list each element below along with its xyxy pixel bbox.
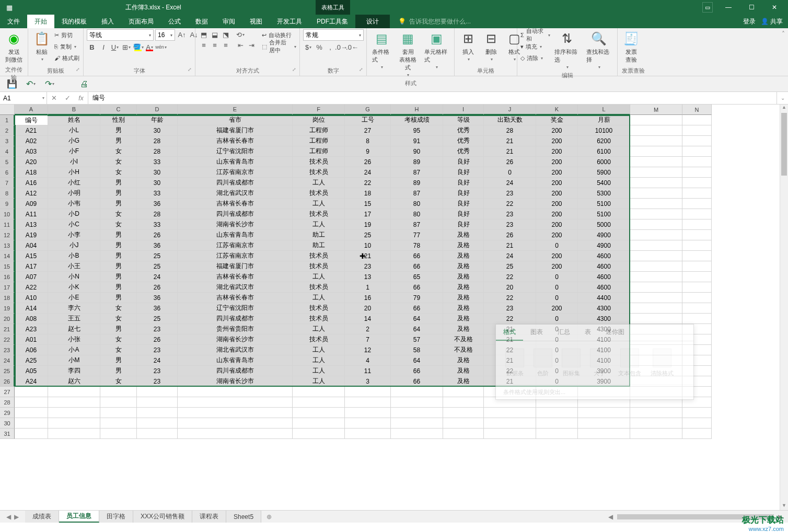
cell[interactable]: 及格 [443, 376, 484, 387]
copy-button[interactable]: ⎘复制▾ [54, 41, 79, 52]
row-header[interactable]: 21 [0, 324, 15, 334]
tab-formulas[interactable]: 公式 [161, 15, 188, 28]
cell[interactable]: 山东省青岛市 [178, 230, 293, 240]
row-header[interactable]: 3 [0, 136, 15, 146]
cell[interactable]: 吉林省长春市 [178, 293, 293, 303]
font-launcher-icon[interactable]: ⤢ [188, 67, 192, 72]
cell[interactable]: 小A [48, 345, 100, 355]
cell[interactable] [443, 397, 484, 408]
comma-icon[interactable]: , [325, 42, 335, 52]
qa-item[interactable]: 文本包含 [618, 349, 641, 377]
cell[interactable]: 80 [391, 199, 443, 209]
cell[interactable] [630, 303, 682, 314]
cell[interactable] [630, 167, 682, 178]
cell[interactable]: 李四 [48, 366, 100, 376]
qa-tab[interactable]: 图表 [523, 325, 550, 341]
qa-tab[interactable]: 格式 [496, 325, 523, 341]
cell[interactable]: 25 [137, 251, 178, 261]
cell[interactable]: 20 [345, 303, 391, 314]
cell[interactable]: 4900 [578, 230, 630, 240]
cell[interactable]: A16 [15, 178, 48, 188]
cell[interactable] [100, 418, 137, 429]
cell[interactable] [682, 282, 712, 293]
cell[interactable]: 小N [48, 272, 100, 282]
cell[interactable]: 87 [391, 219, 443, 230]
cell[interactable] [178, 408, 293, 418]
cell[interactable]: 87 [391, 188, 443, 199]
redo-button[interactable]: ↷▾ [43, 78, 56, 90]
font-size-combo[interactable]: 16▾ [155, 29, 175, 41]
conditional-format-button[interactable]: ▤条件格式▾ [370, 29, 394, 71]
col-header-A[interactable]: A [15, 105, 48, 115]
cell[interactable]: 不及格 [443, 345, 484, 355]
cell[interactable]: A01 [15, 334, 48, 345]
cell[interactable]: 33 [137, 157, 178, 167]
col-header-I[interactable]: I [443, 105, 484, 115]
cell[interactable] [345, 418, 391, 429]
font-color-button[interactable]: A▾ [144, 42, 155, 52]
cell[interactable]: 89 [391, 157, 443, 167]
cell[interactable]: A02 [15, 136, 48, 146]
cell[interactable]: 吉林省长春市 [178, 136, 293, 146]
ribbon-options-icon[interactable]: ▭ [702, 2, 713, 13]
cut-button[interactable]: ✂剪切 [54, 29, 79, 41]
cell[interactable]: A07 [15, 272, 48, 282]
alignment-launcher-icon[interactable]: ⤢ [292, 67, 296, 72]
cell[interactable] [536, 418, 578, 429]
align-left-icon[interactable]: ≡ [199, 40, 209, 50]
cell[interactable] [682, 157, 712, 167]
cell[interactable]: 4600 [578, 272, 630, 282]
name-box[interactable]: A1▾ [0, 92, 47, 104]
col-header-B[interactable]: B [48, 105, 100, 115]
cell[interactable] [178, 387, 293, 397]
spreadsheet-grid[interactable]: ABCDEFGHIJKLMN 1234567891011121314151617… [0, 105, 788, 454]
cell[interactable]: 工人 [293, 293, 345, 303]
cell[interactable]: 考核成绩 [391, 115, 443, 125]
cell[interactable]: 22 [484, 272, 536, 282]
cell[interactable]: 66 [391, 251, 443, 261]
tab-insert[interactable]: 插入 [94, 15, 121, 28]
cell[interactable]: 山东省青岛市 [178, 157, 293, 167]
cell[interactable]: 小J [48, 240, 100, 251]
cell[interactable] [682, 408, 712, 418]
cell[interactable]: 技术员 [293, 314, 345, 324]
cell[interactable] [48, 418, 100, 429]
cell[interactable]: 男 [100, 272, 137, 282]
tab-developer[interactable]: 开发工具 [270, 15, 309, 28]
cell[interactable]: 男 [100, 366, 137, 376]
cell[interactable]: 89 [391, 178, 443, 188]
row-header[interactable]: 27 [0, 387, 15, 397]
cell[interactable]: 23 [137, 366, 178, 376]
cell[interactable] [48, 429, 100, 439]
cell[interactable]: 28 [137, 136, 178, 146]
cell[interactable]: 5100 [578, 199, 630, 209]
cell[interactable]: 22 [484, 314, 536, 324]
col-header-M[interactable]: M [630, 105, 682, 115]
cell[interactable] [137, 408, 178, 418]
sheet-tab[interactable]: XXX公司销售额 [133, 511, 192, 523]
cell[interactable]: 0 [536, 240, 578, 251]
cell[interactable] [345, 387, 391, 397]
cell[interactable]: 200 [536, 157, 578, 167]
cell[interactable] [682, 146, 712, 157]
cell[interactable]: 91 [391, 136, 443, 146]
cell[interactable]: 工号 [345, 115, 391, 125]
cell[interactable] [293, 408, 345, 418]
cell[interactable]: 技术员 [293, 188, 345, 199]
row-header[interactable]: 17 [0, 282, 15, 293]
cell[interactable] [682, 272, 712, 282]
share-button[interactable]: 👤 共享 [761, 17, 783, 26]
close-button[interactable]: ✕ [764, 2, 785, 13]
cell[interactable] [137, 429, 178, 439]
sheet-tab[interactable]: 课程表 [192, 511, 226, 523]
row-header[interactable]: 11 [0, 219, 15, 230]
cell[interactable]: 24 [137, 355, 178, 366]
add-sheet-button[interactable]: ⊕ [261, 513, 277, 521]
cell[interactable]: 2 [345, 324, 391, 334]
collapse-ribbon-icon[interactable]: ˄ [779, 28, 788, 76]
cell[interactable]: 女 [100, 314, 137, 324]
cell[interactable] [630, 314, 682, 324]
number-format-combo[interactable]: 常规▾ [303, 29, 364, 41]
percent-icon[interactable]: % [314, 42, 325, 52]
cell[interactable]: 工程师 [293, 146, 345, 157]
